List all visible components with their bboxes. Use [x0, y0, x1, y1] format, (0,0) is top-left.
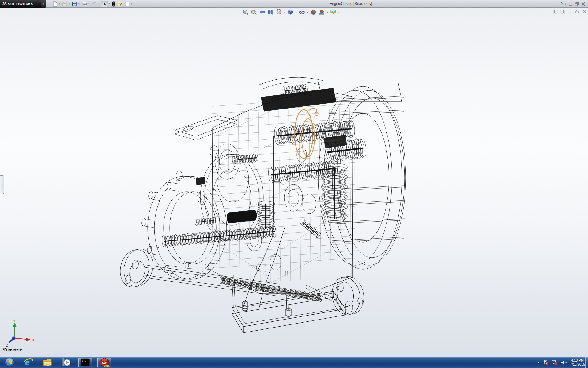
- hide-show-items-icon[interactable]: [298, 9, 306, 16]
- taskbar-command-prompt[interactable]: C:\_: [78, 358, 92, 367]
- windows-taskbar: e C:\_: [0, 357, 588, 368]
- zoom-to-area-icon[interactable]: [251, 9, 258, 16]
- collapse-arrow-icon: ◂: [1, 187, 2, 188]
- view-orientation-icon[interactable]: [275, 9, 283, 16]
- app-name: SOLIDWORKS: [8, 2, 33, 6]
- clock-date: 7/13/2015: [570, 362, 585, 366]
- collapse-left-pane-icon[interactable]: [553, 10, 558, 14]
- menu-expand-arrow[interactable]: ▶: [41, 0, 46, 8]
- close-window-icon[interactable]: [581, 2, 586, 6]
- solidworks-2015-icon: SW 2015: [99, 358, 110, 367]
- featuremanager-flyout-tab[interactable]: ◂ ◂ ◂: [0, 175, 4, 194]
- graphics-area[interactable]: ▾ ▾ ▾ ▾ ▾ ◂ ◂ ◂ Y X: [0, 8, 588, 357]
- taskbar-media-player[interactable]: [59, 358, 74, 367]
- show-hidden-icons-icon[interactable]: ▲: [537, 361, 540, 364]
- help-icon[interactable]: ?: [560, 2, 563, 6]
- save-icon[interactable]: [71, 1, 78, 7]
- hide-show-items-caret[interactable]: ▾: [307, 11, 309, 13]
- triad-y-label: Y: [13, 319, 16, 323]
- windows-start-orb-icon: [4, 357, 15, 368]
- undo-caret: ▾: [98, 3, 101, 5]
- show-desktop-button[interactable]: [585, 357, 588, 368]
- previous-view-icon[interactable]: [259, 9, 266, 16]
- volume-icon[interactable]: [561, 360, 567, 365]
- view-settings-icon[interactable]: [330, 9, 337, 16]
- action-center-flag-icon[interactable]: [543, 360, 548, 365]
- solidworks-logo: 3S SOLIDWORKS: [0, 0, 41, 8]
- start-button[interactable]: [2, 358, 17, 367]
- window-title: EngineCasing [Read-only]: [330, 0, 372, 8]
- display-style-icon[interactable]: [287, 9, 294, 16]
- select-cursor-caret[interactable]: ▾: [108, 3, 111, 5]
- view-orientation-label: *Dimetric: [2, 347, 22, 352]
- restore-document-icon[interactable]: [575, 10, 580, 14]
- cmd-prompt-text: C:\_: [82, 360, 88, 362]
- rebuild-traffic-light-icon[interactable]: [111, 1, 116, 7]
- open-document-icon[interactable]: [61, 1, 68, 7]
- file-properties-icon[interactable]: [116, 1, 123, 7]
- section-view-icon[interactable]: [267, 9, 274, 16]
- media-player-icon: [62, 358, 71, 367]
- minimize-document-icon[interactable]: [568, 10, 572, 14]
- undo-icon: [91, 1, 98, 7]
- save-caret[interactable]: ▾: [78, 3, 81, 5]
- new-document-caret[interactable]: ▾: [58, 3, 61, 5]
- collapse-arrow-icon: ◂: [1, 184, 2, 186]
- help-caret[interactable]: ▾: [565, 3, 566, 5]
- close-document-icon[interactable]: [582, 10, 587, 14]
- display-style-caret[interactable]: ▾: [295, 11, 297, 13]
- select-cursor-icon[interactable]: [101, 1, 108, 7]
- triad-z-label: Z: [6, 343, 8, 347]
- document-window-controls: [553, 10, 587, 14]
- clock-time: 4:13 PM: [570, 358, 585, 362]
- print-caret[interactable]: ▾: [88, 3, 91, 5]
- taskbar-internet-explorer[interactable]: e: [21, 358, 36, 367]
- system-tray: ▲ 4:13 PM 7/13/2015: [537, 357, 585, 368]
- view-orientation-caret[interactable]: ▾: [284, 11, 286, 13]
- minimize-window-icon[interactable]: [568, 2, 572, 6]
- folder-icon: [43, 358, 52, 367]
- print-icon[interactable]: [81, 1, 88, 7]
- open-document-caret: ▾: [68, 3, 71, 5]
- apply-scene-icon[interactable]: [318, 9, 325, 16]
- edit-appearance-icon[interactable]: [310, 9, 317, 16]
- ds-logo-icon: 3S: [2, 2, 6, 6]
- command-prompt-icon: C:\_: [81, 358, 90, 366]
- model-wireframe-enginecasing[interactable]: [0, 8, 588, 357]
- view-settings-caret[interactable]: ▾: [338, 11, 340, 13]
- zoom-to-fit-icon[interactable]: [242, 9, 250, 16]
- taskbar-solidworks-2015[interactable]: SW 2015: [97, 358, 111, 367]
- options-checklist-icon[interactable]: [123, 1, 130, 7]
- sw-year: 2015: [104, 364, 110, 367]
- reference-triad: Y X Z: [4, 319, 37, 348]
- options-caret[interactable]: ▾: [130, 3, 133, 5]
- internet-explorer-icon: e: [24, 358, 33, 367]
- collapse-right-pane-icon[interactable]: [560, 10, 565, 14]
- network-disconnected-icon[interactable]: [552, 360, 558, 365]
- apply-scene-caret[interactable]: ▾: [326, 11, 329, 13]
- new-document-icon[interactable]: [51, 1, 58, 7]
- collapse-arrow-icon: ◂: [1, 181, 2, 183]
- titlebar: 3S SOLIDWORKS ▶ ▾ ▾ ▾ ▾ ▾ ▾ ▾ Engin: [0, 0, 588, 8]
- heads-up-view-toolbar: ▾ ▾ ▾ ▾ ▾: [242, 9, 340, 16]
- title-controls: ? ▾: [560, 0, 586, 8]
- taskbar-windows-explorer[interactable]: [40, 358, 55, 367]
- main-toolbar: ▾ ▾ ▾ ▾ ▾ ▾ ▾: [51, 0, 133, 8]
- taskbar-clock[interactable]: 4:13 PM 7/13/2015: [570, 358, 585, 366]
- triad-x-label: X: [32, 338, 35, 342]
- restore-window-icon[interactable]: [575, 2, 579, 6]
